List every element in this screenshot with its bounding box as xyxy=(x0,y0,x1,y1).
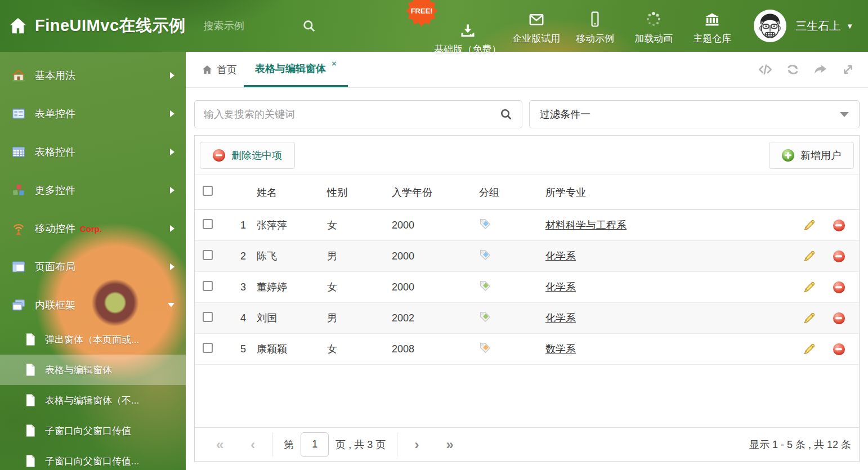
user-menu[interactable]: 三生石上 ▼ xyxy=(795,19,853,34)
header-nav: FREE! 基础版（免费） 企业版试用 移动示例 加载动画 xyxy=(428,0,741,57)
sidebar-subitem[interactable]: 弹出窗体（本页面或... xyxy=(0,324,186,355)
cell-gender: 男 xyxy=(327,249,392,263)
minus-circle-icon xyxy=(833,220,845,231)
prev-page-button[interactable]: ‹ xyxy=(237,438,269,451)
page-prefix: 第 xyxy=(284,438,294,451)
sidebar-subitem[interactable]: 子窗口向父窗口传值... xyxy=(0,446,186,470)
sidebar-item-form-controls[interactable]: 表单控件 xyxy=(0,95,186,133)
tab-label: 首页 xyxy=(217,63,237,77)
major-link[interactable]: 化学系 xyxy=(545,250,576,262)
refresh-icon[interactable] xyxy=(785,62,800,77)
avatar[interactable] xyxy=(754,10,786,42)
delete-action[interactable] xyxy=(824,281,853,293)
nav-label: 基础版（免费） xyxy=(434,43,501,56)
column-header-major[interactable]: 所学专业 xyxy=(545,186,795,199)
delete-selected-button[interactable]: 删除选中项 xyxy=(200,142,295,169)
keyword-search xyxy=(194,100,522,128)
header-search-input[interactable] xyxy=(204,20,294,32)
pencil-icon xyxy=(803,280,816,294)
sidebar-subitem[interactable]: 表格与编辑窗体（不... xyxy=(0,385,186,415)
add-user-label: 新增用户 xyxy=(800,149,841,162)
select-all-checkbox[interactable] xyxy=(203,186,213,196)
nav-item-theme-repository[interactable]: 主题仓库 xyxy=(683,6,741,46)
delete-action[interactable] xyxy=(824,343,853,355)
table-row: 5 康颖颖 女 2008 数学系 xyxy=(195,334,859,365)
user-name: 三生石上 xyxy=(795,19,840,34)
home-logo-icon[interactable] xyxy=(8,16,28,36)
nav-item-mobile-demo[interactable]: 移动示例 xyxy=(566,6,624,46)
mobile-icon xyxy=(588,10,602,28)
next-page-button[interactable]: › xyxy=(401,438,432,451)
expand-icon[interactable] xyxy=(840,62,856,77)
tab-grid-edit-window[interactable]: 表格与编辑窗体 × xyxy=(244,52,348,87)
search-icon[interactable] xyxy=(499,108,513,121)
sidebar-item-grid-controls[interactable]: 表格控件 xyxy=(0,133,186,171)
column-header-year[interactable]: 入学年份 xyxy=(392,186,479,199)
last-page-button[interactable]: » xyxy=(432,438,467,451)
edit-action[interactable] xyxy=(795,311,824,325)
first-page-button[interactable]: « xyxy=(203,438,237,451)
column-header-group[interactable]: 分组 xyxy=(479,186,545,199)
nav-item-loading-animations[interactable]: 加载动画 xyxy=(624,6,683,46)
edit-action[interactable] xyxy=(795,249,824,263)
sidebar-subitem-label: 子窗口向父窗口传值 xyxy=(45,424,131,437)
minus-circle-icon xyxy=(833,343,845,355)
spinner-icon xyxy=(645,10,663,28)
nav-item-enterprise-trial[interactable]: 企业版试用 xyxy=(507,6,566,46)
tag-icon xyxy=(479,280,491,292)
edit-action[interactable] xyxy=(795,342,824,356)
nav-label: 主题仓库 xyxy=(693,32,731,45)
major-link[interactable]: 化学系 xyxy=(545,312,576,324)
column-header-name[interactable]: 姓名 xyxy=(257,186,327,199)
keyword-search-input[interactable] xyxy=(204,109,499,120)
edit-action[interactable] xyxy=(795,280,824,294)
sidebar-subitem[interactable]: 表格与编辑窗体 xyxy=(0,355,186,385)
table-row: 2 陈飞 男 2000 化学系 xyxy=(195,241,859,272)
cell-name: 陈飞 xyxy=(257,249,327,263)
code-icon[interactable] xyxy=(758,62,773,77)
file-icon xyxy=(25,333,36,346)
sidebar-item-mobile-controls[interactable]: 移动控件 Corp. xyxy=(0,209,186,248)
delete-action[interactable] xyxy=(824,312,853,324)
page-number-input[interactable] xyxy=(301,432,329,457)
file-icon xyxy=(25,424,36,437)
major-link[interactable]: 化学系 xyxy=(545,281,576,293)
row-checkbox[interactable] xyxy=(203,343,213,353)
tab-home[interactable]: 首页 xyxy=(195,52,244,87)
cell-year: 2000 xyxy=(392,250,479,262)
row-checkbox[interactable] xyxy=(203,312,213,322)
row-checkbox[interactable] xyxy=(203,250,213,260)
row-checkbox[interactable] xyxy=(203,219,213,229)
chevron-right-icon xyxy=(170,187,175,194)
delete-action[interactable] xyxy=(824,250,853,262)
app-header: FineUIMvc在线示例 FREE! 基础版（免费） 企业版试用 移动示例 xyxy=(0,0,868,52)
row-checkbox[interactable] xyxy=(203,281,213,291)
major-link[interactable]: 数学系 xyxy=(545,343,576,355)
data-grid: 姓名 性别 入学年份 分组 所学专业 1 张萍萍 女 2000 xyxy=(195,175,859,365)
nav-item-basic-version[interactable]: FREE! 基础版（免费） xyxy=(428,16,507,57)
major-link[interactable]: 材料科学与工程系 xyxy=(545,220,627,231)
column-header-gender[interactable]: 性别 xyxy=(327,186,392,199)
envelope-icon xyxy=(527,11,546,28)
row-number: 1 xyxy=(230,220,257,231)
sidebar-item-label: 表单控件 xyxy=(35,107,75,120)
sidebar-item-more-controls[interactable]: 更多控件 xyxy=(0,171,186,209)
add-user-button[interactable]: 新增用户 xyxy=(769,142,854,169)
minus-circle-icon xyxy=(833,250,845,262)
filter-dropdown[interactable]: 过滤条件一 xyxy=(529,100,860,128)
sidebar-item-page-layout[interactable]: 页面布局 xyxy=(0,248,186,286)
tab-close-icon[interactable]: × xyxy=(332,59,337,68)
main-content: 首页 表格与编辑窗体 × 过滤条件一 xyxy=(186,52,868,470)
edit-action[interactable] xyxy=(795,218,824,232)
sidebar-item-inline-frame[interactable]: 内联框架 xyxy=(0,286,186,324)
delete-action[interactable] xyxy=(824,220,853,231)
file-icon xyxy=(25,363,36,377)
nav-label: 企业版试用 xyxy=(512,32,560,45)
header-search xyxy=(204,19,321,33)
search-icon[interactable] xyxy=(302,19,316,33)
sidebar-item-basic-usage[interactable]: 基本用法 xyxy=(0,56,186,95)
sidebar-subitem[interactable]: 子窗口向父窗口传值 xyxy=(0,415,186,446)
table-icon xyxy=(11,145,26,159)
grid-body: 1 张萍萍 女 2000 材料科学与工程系 xyxy=(195,210,859,365)
share-icon[interactable] xyxy=(813,62,828,77)
